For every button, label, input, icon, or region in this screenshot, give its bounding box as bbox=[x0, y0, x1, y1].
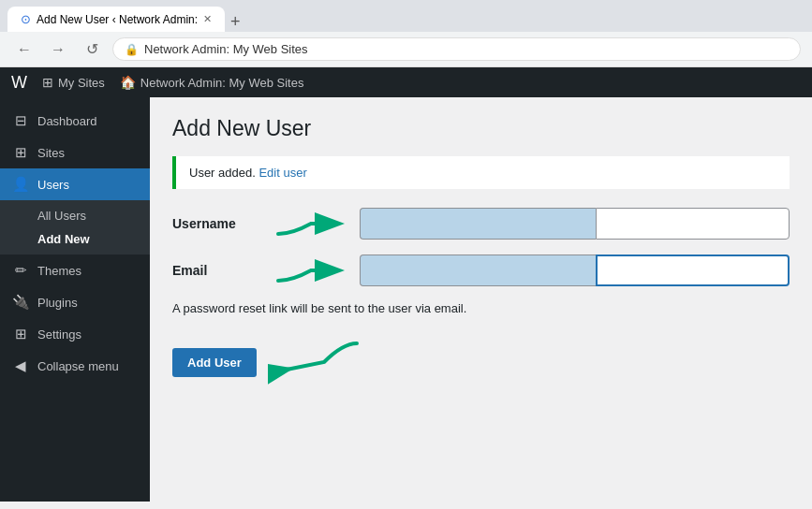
my-sites-icon: ⊞ bbox=[42, 75, 53, 90]
themes-icon: ✏ bbox=[11, 262, 30, 279]
sidebar-all-users[interactable]: All Users bbox=[0, 204, 150, 227]
password-hint: A password reset link will be sent to th… bbox=[172, 301, 790, 315]
my-sites-label: My Sites bbox=[58, 76, 105, 90]
back-button[interactable]: ← bbox=[11, 36, 37, 63]
plugins-icon: 🔌 bbox=[11, 294, 30, 311]
admin-bar-my-sites[interactable]: ⊞ My Sites bbox=[42, 75, 105, 90]
browser-tab-bar: ⊙ Add New User ‹ Network Admin: ✕ + bbox=[0, 0, 812, 32]
sidebar-item-plugins[interactable]: 🔌 Plugins bbox=[0, 286, 150, 318]
email-arrow-icon bbox=[273, 254, 348, 286]
sidebar-label-collapse: Collapse menu bbox=[37, 359, 119, 373]
email-input[interactable] bbox=[596, 254, 790, 286]
dashboard-icon: ⊟ bbox=[11, 112, 30, 129]
edit-user-link[interactable]: Edit user bbox=[258, 166, 306, 180]
email-fields bbox=[360, 254, 790, 286]
email-filled-part bbox=[360, 254, 596, 286]
new-tab-button[interactable]: + bbox=[230, 12, 241, 32]
add-user-row: Add User bbox=[172, 334, 790, 390]
address-bar[interactable]: 🔒 Network Admin: My Web Sites bbox=[112, 37, 801, 61]
browser-tab[interactable]: ⊙ Add New User ‹ Network Admin: ✕ bbox=[7, 7, 225, 32]
settings-icon: ⊞ bbox=[11, 326, 30, 342]
sidebar-add-new[interactable]: Add New bbox=[0, 227, 150, 251]
username-fields bbox=[360, 208, 790, 240]
sidebar-item-collapse[interactable]: ◀ Collapse menu bbox=[0, 350, 150, 382]
sites-icon: ⊞ bbox=[11, 144, 30, 161]
users-submenu: All Users Add New bbox=[0, 200, 150, 254]
username-label: Username bbox=[172, 216, 266, 231]
username-filled-part bbox=[360, 208, 596, 240]
users-icon: 👤 bbox=[11, 176, 30, 193]
lock-icon: 🔒 bbox=[125, 43, 139, 56]
sidebar-label-sites: Sites bbox=[37, 146, 65, 160]
username-input[interactable] bbox=[596, 208, 790, 240]
sidebar-label-users: Users bbox=[37, 178, 69, 192]
sidebar-label-dashboard: Dashboard bbox=[37, 114, 97, 128]
add-user-button[interactable]: Add User bbox=[172, 348, 257, 377]
address-text: Network Admin: My Web Sites bbox=[144, 42, 308, 56]
email-label: Email bbox=[172, 263, 266, 278]
add-user-arrow-icon bbox=[268, 334, 362, 390]
tab-title: Add New User ‹ Network Admin: bbox=[37, 13, 198, 26]
home-icon: 🏠 bbox=[120, 75, 136, 90]
notice-text: User added. bbox=[189, 166, 258, 180]
browser-nav-bar: ← → ↺ 🔒 Network Admin: My Web Sites bbox=[0, 32, 812, 67]
sidebar-item-dashboard[interactable]: ⊟ Dashboard bbox=[0, 105, 150, 137]
network-admin-label: Network Admin: My Web Sites bbox=[140, 76, 304, 90]
success-notice: User added. Edit user bbox=[172, 156, 790, 189]
admin-bar-network-admin[interactable]: 🏠 Network Admin: My Web Sites bbox=[120, 75, 304, 90]
username-row: Username bbox=[172, 208, 790, 240]
forward-button[interactable]: → bbox=[45, 36, 71, 63]
sidebar-label-settings: Settings bbox=[37, 327, 81, 342]
tab-favicon: ⊙ bbox=[21, 12, 31, 26]
page-title: Add New User bbox=[172, 116, 790, 141]
sidebar-item-themes[interactable]: ✏ Themes bbox=[0, 254, 150, 286]
tab-close-button[interactable]: ✕ bbox=[203, 13, 212, 25]
main-content: Add New User User added. Edit user Usern… bbox=[150, 97, 812, 502]
reload-button[interactable]: ↺ bbox=[79, 36, 105, 63]
sidebar-label-plugins: Plugins bbox=[37, 296, 78, 310]
sidebar-label-themes: Themes bbox=[37, 264, 81, 278]
wp-admin-bar: W ⊞ My Sites 🏠 Network Admin: My Web Sit… bbox=[0, 67, 812, 97]
wp-admin-layout: ⊟ Dashboard ⊞ Sites 👤 Users All Users Ad… bbox=[0, 97, 812, 502]
sidebar: ⊟ Dashboard ⊞ Sites 👤 Users All Users Ad… bbox=[0, 97, 150, 502]
sidebar-item-settings[interactable]: ⊞ Settings bbox=[0, 318, 150, 350]
username-arrow-icon bbox=[273, 208, 348, 240]
collapse-icon: ◀ bbox=[11, 357, 30, 374]
sidebar-item-users[interactable]: 👤 Users bbox=[0, 168, 150, 200]
email-row: Email bbox=[172, 254, 790, 286]
sidebar-item-sites[interactable]: ⊞ Sites bbox=[0, 137, 150, 168]
wp-logo-icon[interactable]: W bbox=[11, 73, 27, 93]
